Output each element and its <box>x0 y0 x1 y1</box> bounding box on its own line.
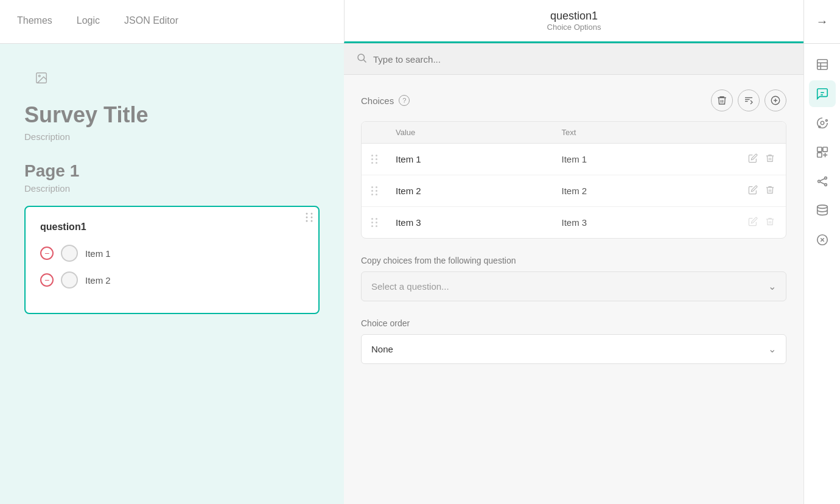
svg-point-22 <box>821 121 824 125</box>
remove-choice-1-icon[interactable]: − <box>40 247 54 260</box>
row-actions-1 <box>727 152 776 166</box>
table-row: Item 3 Item 3 <box>362 207 786 238</box>
svg-point-29 <box>824 177 827 180</box>
page-description: Description <box>24 183 320 194</box>
right-sidebar <box>803 44 840 504</box>
question-header: question1 Choice Options <box>344 0 803 43</box>
svg-rect-25 <box>817 147 821 152</box>
svg-line-9 <box>363 60 366 62</box>
chevron-down-icon-2: ⌄ <box>768 343 776 355</box>
cell-value-1: Item 1 <box>396 154 562 164</box>
svg-point-28 <box>817 180 820 183</box>
search-bar <box>344 44 803 75</box>
edit-row-1-button[interactable] <box>747 152 759 166</box>
choices-table: Value Text Item 1 Item 1 <box>361 121 786 239</box>
styling-icon-button[interactable] <box>809 110 836 136</box>
survey-description: Description <box>24 131 320 142</box>
drag-handle-icon <box>371 155 379 164</box>
svg-rect-16 <box>817 60 827 70</box>
svg-point-6 <box>306 220 308 222</box>
col-actions <box>727 128 776 137</box>
svg-point-8 <box>358 54 365 61</box>
question-title: question1 <box>550 10 598 23</box>
choices-header: Choices ? <box>361 89 786 111</box>
cell-text-3: Item 3 <box>562 217 728 228</box>
design-icon-button[interactable] <box>809 139 836 166</box>
svg-point-33 <box>817 205 827 209</box>
table-view-icon-button[interactable] <box>809 51 836 78</box>
select-question-dropdown[interactable]: Select a question... ⌄ <box>361 271 786 301</box>
clear-choices-button[interactable] <box>711 89 733 111</box>
delete-row-3-button[interactable] <box>764 215 776 229</box>
properties-icon-button[interactable] <box>809 80 836 107</box>
svg-rect-26 <box>822 147 827 152</box>
close-circle-icon-button[interactable] <box>809 226 836 253</box>
svg-line-32 <box>820 182 824 184</box>
search-input[interactable] <box>373 54 791 65</box>
cell-value-3: Item 3 <box>396 217 562 228</box>
copy-choices-label: Copy choices from the following question <box>361 256 786 265</box>
drag-handle-icon <box>371 218 379 228</box>
nav-arrow[interactable]: → <box>803 0 840 43</box>
tab-json-editor[interactable]: JSON Editor <box>122 10 181 33</box>
choices-label: Choices ? <box>361 95 410 106</box>
svg-rect-27 <box>817 153 821 157</box>
cell-text-1: Item 1 <box>562 154 728 164</box>
cell-value-2: Item 2 <box>396 186 562 196</box>
col-value: Value <box>396 128 562 137</box>
survey-title: Survey Title <box>24 102 320 128</box>
edit-row-3-button[interactable] <box>747 215 759 229</box>
radio-circle-1 <box>61 245 78 262</box>
col-drag <box>371 128 396 137</box>
question-card: question1 − Item 1 − Item 2 <box>24 206 320 314</box>
tab-logic[interactable]: Logic <box>74 10 102 33</box>
cell-text-2: Item 2 <box>562 186 728 196</box>
table-row: Item 1 Item 1 <box>362 144 786 175</box>
choice-item-2: − Item 2 <box>40 271 304 289</box>
svg-point-2 <box>306 213 308 215</box>
nav-tabs-container: Themes Logic JSON Editor <box>0 10 344 33</box>
delete-row-2-button[interactable] <box>764 184 776 198</box>
choice-label-1: Item 1 <box>85 248 111 259</box>
remove-choice-2-icon[interactable]: − <box>40 273 54 287</box>
choice-label-2: Item 2 <box>85 275 111 285</box>
svg-point-3 <box>311 213 313 215</box>
search-icon <box>356 52 367 66</box>
svg-point-1 <box>38 75 40 77</box>
logic-icon-button[interactable] <box>809 168 836 195</box>
row-actions-3 <box>727 215 776 229</box>
svg-point-5 <box>311 217 313 219</box>
svg-point-30 <box>824 184 827 186</box>
table-row: Item 2 Item 2 <box>362 175 786 207</box>
help-icon[interactable]: ? <box>399 95 410 106</box>
row-actions-2 <box>727 184 776 198</box>
choice-order-value: None <box>371 344 393 354</box>
drag-handle-icon <box>371 186 379 196</box>
choice-order-dropdown[interactable]: None ⌄ <box>361 334 786 364</box>
question-card-title: question1 <box>40 222 304 233</box>
panel-content: Choices ? <box>344 75 803 379</box>
svg-point-7 <box>311 220 313 222</box>
delete-row-1-button[interactable] <box>764 152 776 166</box>
select-placeholder: Select a question... <box>371 281 449 292</box>
tab-themes[interactable]: Themes <box>15 10 55 33</box>
collapse-arrow-icon[interactable]: → <box>816 15 828 29</box>
main-layout: Survey Title Description Page 1 Descript… <box>0 44 840 504</box>
sort-choices-button[interactable] <box>738 89 760 111</box>
svg-point-23 <box>825 120 827 122</box>
survey-preview-panel: Survey Title Description Page 1 Descript… <box>0 44 344 504</box>
data-icon-button[interactable] <box>809 197 836 224</box>
survey-image-placeholder <box>24 63 58 93</box>
page-title: Page 1 <box>24 161 320 181</box>
col-text: Text <box>562 128 728 137</box>
radio-circle-2 <box>61 271 78 289</box>
svg-line-31 <box>820 178 824 181</box>
choice-item-1: − Item 1 <box>40 245 304 262</box>
question-subtitle: Choice Options <box>547 23 601 32</box>
chevron-down-icon: ⌄ <box>768 281 776 292</box>
svg-point-4 <box>306 217 308 219</box>
add-choice-button[interactable] <box>765 89 786 111</box>
drag-handle-card <box>305 212 313 225</box>
edit-row-2-button[interactable] <box>747 184 759 198</box>
choice-order-label: Choice order <box>361 318 786 328</box>
